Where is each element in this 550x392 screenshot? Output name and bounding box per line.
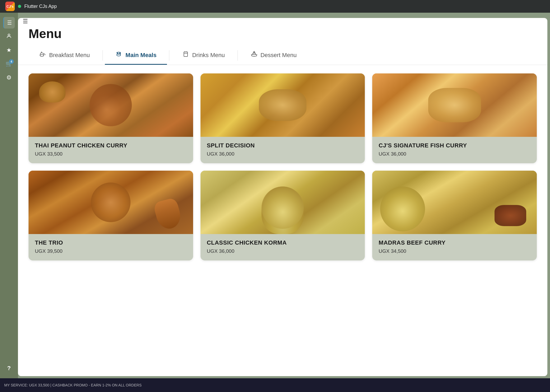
tab-dessert-label: Dessert Menu: [260, 52, 297, 59]
card-price-chicken-korma: UGX 36,000: [207, 248, 359, 254]
card-price-thai-peanut: UGX 33,500: [35, 151, 187, 157]
card-name-split-decision: SPLIT DECISION: [207, 142, 359, 149]
card-price-madras-beef: UGX 34,500: [379, 248, 530, 254]
tab-divider-2: [169, 50, 169, 61]
svg-point-0: [8, 34, 10, 36]
app-status-indicator: [18, 5, 21, 8]
card-body-split-decision: SPLIT DECISION UGX 36,000: [201, 137, 365, 163]
main-window: Menu Breakfast Menu: [18, 18, 547, 376]
card-body-thai-peanut: THAI PEANUT CHICKEN CURRY UGX 33,500: [29, 137, 193, 163]
dessert-icon: [250, 50, 258, 60]
card-price-fish-curry: UGX 36,000: [379, 151, 530, 157]
sidebar-icon-star[interactable]: ★: [3, 44, 15, 56]
card-image-trio: [29, 171, 193, 234]
status-bar: MY SERVICE: UGX 33,500 | CASHBACK PROMO …: [0, 378, 550, 392]
main-meals-icon: [115, 50, 123, 60]
left-sidebar: ☰ ★ 🛒 4 ⚙ ?: [0, 13, 18, 392]
tab-breakfast-label: Breakfast Menu: [49, 52, 90, 59]
svg-rect-3: [184, 52, 188, 57]
sidebar-icon-cart[interactable]: 🛒 4: [3, 58, 15, 70]
category-tabs: Breakfast Menu Main Meals: [18, 46, 547, 65]
sidebar-icon-settings[interactable]: ⚙: [3, 72, 15, 83]
menu-card-thai-peanut[interactable]: THAI PEANUT CHICKEN CURRY UGX 33,500: [29, 73, 193, 163]
tab-divider-3: [237, 50, 238, 61]
breakfast-icon: [39, 50, 46, 60]
card-name-madras-beef: MADRAS BEEF CURRY: [379, 239, 530, 246]
card-name-chicken-korma: CLASSIC CHICKEN KORMA: [207, 239, 359, 246]
settings-icon: ⚙: [6, 74, 12, 81]
menu-grid: THAI PEANUT CHICKEN CURRY UGX 33,500 SPL…: [29, 73, 537, 260]
tab-breakfast[interactable]: Breakfast Menu: [29, 46, 100, 65]
list-icon: ☰: [7, 20, 12, 26]
card-body-madras-beef: MADRAS BEEF CURRY UGX 34,500: [372, 234, 537, 260]
window-header: Menu: [18, 18, 547, 46]
profile-icon: [6, 33, 12, 40]
sidebar-icon-profile[interactable]: [3, 31, 15, 42]
menu-card-madras-beef[interactable]: MADRAS BEEF CURRY UGX 34,500: [372, 171, 537, 260]
page-title: Menu: [29, 26, 537, 41]
card-name-fish-curry: CJ'S SIGNATURE FISH CURRY: [379, 142, 530, 149]
card-body-fish-curry: CJ'S SIGNATURE FISH CURRY UGX 36,000: [372, 137, 537, 163]
svg-point-2: [40, 55, 44, 57]
tab-main-meals-label: Main Meals: [125, 52, 156, 59]
card-name-thai-peanut: THAI PEANUT CHICKEN CURRY: [35, 142, 187, 149]
tab-divider-1: [102, 50, 103, 61]
menu-content: THAI PEANUT CHICKEN CURRY UGX 33,500 SPL…: [18, 65, 547, 376]
card-price-trio: UGX 39,500: [35, 248, 187, 254]
menu-card-split-decision[interactable]: SPLIT DECISION UGX 36,000: [201, 73, 365, 163]
menu-card-trio[interactable]: THE TRIO UGX 39,500: [29, 171, 193, 260]
star-icon: ★: [6, 47, 12, 54]
sidebar-icon-list[interactable]: ☰: [3, 17, 15, 29]
cart-badge: 4: [9, 59, 14, 64]
logo-text: CJ's: [7, 4, 14, 8]
card-image-fish-curry: [372, 73, 537, 137]
card-image-chicken-korma: [201, 171, 365, 234]
card-image-thai-peanut: [29, 73, 193, 137]
card-price-split-decision: UGX 36,000: [207, 151, 359, 157]
app-titlebar: CJ's Flutter CJs App: [0, 0, 550, 13]
menu-card-fish-curry[interactable]: CJ'S SIGNATURE FISH CURRY UGX 36,000: [372, 73, 537, 163]
menu-card-chicken-korma[interactable]: CLASSIC CHICKEN KORMA UGX 36,000: [201, 171, 365, 260]
tab-main-meals[interactable]: Main Meals: [105, 46, 167, 65]
card-body-chicken-korma: CLASSIC CHICKEN KORMA UGX 36,000: [201, 234, 365, 260]
tab-drinks[interactable]: Drinks Menu: [171, 46, 235, 65]
card-image-madras-beef: [372, 171, 537, 234]
hamburger-icon: ☰: [23, 18, 28, 25]
drinks-icon: [182, 50, 189, 60]
tab-drinks-label: Drinks Menu: [192, 52, 225, 59]
tab-dessert[interactable]: Dessert Menu: [240, 46, 307, 65]
card-body-trio: THE TRIO UGX 39,500: [29, 234, 193, 260]
sidebar-icon-help[interactable]: ?: [3, 362, 15, 374]
app-logo: CJ's: [5, 2, 15, 11]
help-icon: ?: [7, 365, 11, 372]
app-title: Flutter CJs App: [24, 4, 57, 9]
status-bar-text: MY SERVICE: UGX 33,500 | CASHBACK PROMO …: [4, 383, 142, 387]
card-name-trio: THE TRIO: [35, 239, 187, 246]
card-image-split-decision: [201, 73, 365, 137]
hamburger-menu[interactable]: ☰: [21, 16, 30, 27]
